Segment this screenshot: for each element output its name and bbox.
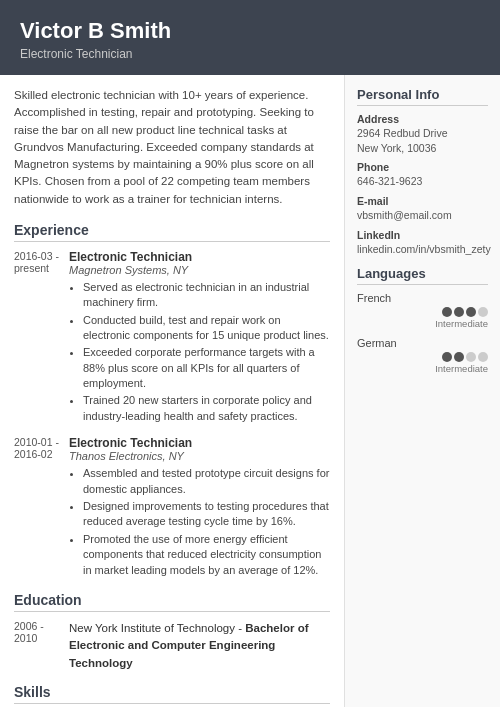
lang-dot (466, 352, 476, 362)
exp-company: Magnetron Systems, NY (69, 264, 330, 276)
experience-entry: 2016-03 -present Electronic Technician M… (14, 250, 330, 427)
languages-title: Languages (357, 266, 488, 285)
lang-dot (442, 352, 452, 362)
address-line2: New York, 10036 (357, 141, 488, 156)
experience-list: 2016-03 -present Electronic Technician M… (14, 250, 330, 580)
exp-body: Electronic Technician Magnetron Systems,… (69, 250, 330, 427)
lang-name: French (357, 292, 488, 304)
exp-bullet: Conducted build, test and repair work on… (83, 313, 330, 344)
exp-date: 2010-01 -2016-02 (14, 436, 69, 580)
sidebar: Personal Info Address 2964 Redbud Drive … (345, 75, 500, 707)
header: Victor B Smith Electronic Technician (0, 0, 500, 75)
linkedin-value: linkedin.com/in/vbsmith_zety (357, 242, 488, 257)
experience-entry: 2010-01 -2016-02 Electronic Technician T… (14, 436, 330, 580)
language-entry: German Intermediate (357, 337, 488, 374)
lang-dot (478, 352, 488, 362)
lang-dot (454, 352, 464, 362)
exp-bullets: Served as electronic technician in an in… (69, 280, 330, 425)
lang-dots (357, 307, 488, 317)
lang-name: German (357, 337, 488, 349)
exp-role: Electronic Technician (69, 250, 330, 264)
phone-label: Phone (357, 161, 488, 173)
exp-body: Electronic Technician Thanos Electronics… (69, 436, 330, 580)
address-label: Address (357, 113, 488, 125)
edu-date: 2006 -2010 (14, 620, 69, 672)
lang-dot (454, 307, 464, 317)
email-value: vbsmith@email.com (357, 208, 488, 223)
main-content: Skilled electronic technician with 10+ y… (0, 75, 345, 707)
exp-company: Thanos Electronics, NY (69, 450, 330, 462)
linkedin-label: LinkedIn (357, 229, 488, 241)
personal-info-title: Personal Info (357, 87, 488, 106)
candidate-title: Electronic Technician (20, 47, 480, 61)
exp-bullets: Assembled and tested prototype circuit d… (69, 466, 330, 578)
exp-bullet: Promoted the use of more energy efficien… (83, 532, 330, 578)
email-label: E-mail (357, 195, 488, 207)
exp-bullet: Exceeded corporate performance targets w… (83, 345, 330, 391)
lang-dot (478, 307, 488, 317)
edu-body: New York Institute of Technology - Bache… (69, 620, 330, 672)
lang-dot (442, 307, 452, 317)
lang-level: Intermediate (357, 318, 488, 329)
summary-text: Skilled electronic technician with 10+ y… (14, 87, 330, 208)
exp-bullet: Trained 20 new starters in corporate pol… (83, 393, 330, 424)
phone-value: 646-321-9623 (357, 174, 488, 189)
candidate-name: Victor B Smith (20, 18, 480, 44)
lang-dots (357, 352, 488, 362)
exp-date: 2016-03 -present (14, 250, 69, 427)
education-list: 2006 -2010 New York Institute of Technol… (14, 620, 330, 672)
exp-bullet: Served as electronic technician in an in… (83, 280, 330, 311)
education-section-title: Education (14, 592, 330, 612)
lang-dot (466, 307, 476, 317)
lang-level: Intermediate (357, 363, 488, 374)
skills-section-title: Skills (14, 684, 330, 704)
education-entry: 2006 -2010 New York Institute of Technol… (14, 620, 330, 672)
languages-list: French Intermediate German Intermediate (357, 292, 488, 374)
address-line1: 2964 Redbud Drive (357, 126, 488, 141)
experience-section-title: Experience (14, 222, 330, 242)
edu-degree: Bachelor of Electronic and Computer Engi… (69, 622, 309, 669)
exp-bullet: Designed improvements to testing procedu… (83, 499, 330, 530)
exp-bullet: Assembled and tested prototype circuit d… (83, 466, 330, 497)
language-entry: French Intermediate (357, 292, 488, 329)
exp-role: Electronic Technician (69, 436, 330, 450)
